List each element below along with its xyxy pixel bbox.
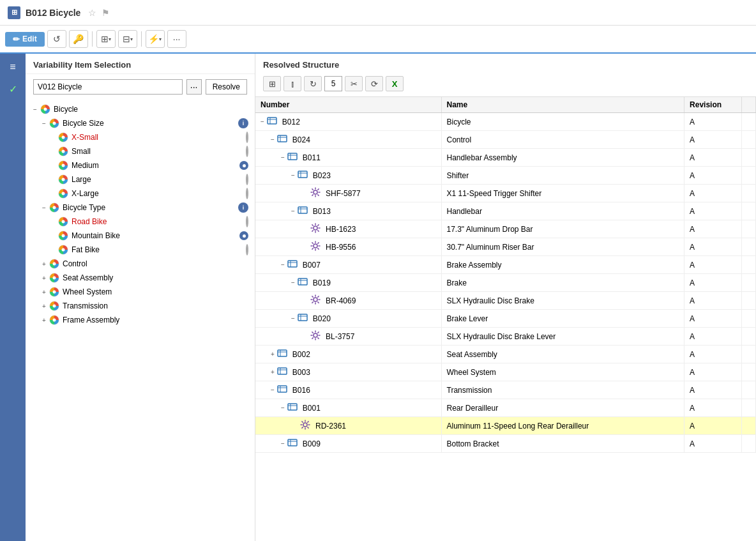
table-row[interactable]: − B023ShifterA (255, 167, 756, 185)
radio-small[interactable] (246, 147, 248, 156)
table-row[interactable]: − B019BrakeA (255, 274, 756, 292)
resolved-sync-btn[interactable]: ⟳ (365, 76, 383, 91)
table-row[interactable]: − B009Bottom BracketA (255, 435, 756, 453)
tree-item-transmission[interactable]: + Transmission (26, 299, 255, 313)
row-toggle[interactable]: − (291, 315, 295, 322)
toggle-bicycle-type[interactable]: − (40, 204, 49, 211)
table-row[interactable]: − B013HandlebarA (255, 202, 756, 220)
row-toggle[interactable]: − (281, 154, 285, 161)
action-button[interactable]: ⚡▾ (146, 30, 165, 48)
svg-point-49 (314, 244, 317, 248)
resolved-refresh-btn[interactable]: ↻ (304, 76, 322, 91)
resolved-scissors-btn[interactable]: ✂ (345, 76, 363, 91)
radio-medium[interactable] (239, 161, 248, 170)
toggle-bicycle[interactable]: − (31, 106, 40, 113)
tree-item-seat-assembly[interactable]: + Seat Assembly (26, 271, 255, 285)
radio-bicycle-size[interactable]: i (238, 118, 248, 128)
tree-item-large[interactable]: Large (26, 172, 255, 187)
row-toggle[interactable]: − (281, 261, 285, 268)
resolved-table-btn[interactable]: ⊞ (263, 76, 281, 91)
table-row[interactable]: SHF-5877X1 11-Speed Trigger ShifterA (255, 185, 756, 202)
table-row[interactable]: − B016TransmissionA (255, 381, 756, 399)
table-row[interactable]: HB-162317.3" Aluminum Drop BarA (255, 220, 756, 238)
resolved-excel-btn[interactable]: X (386, 76, 404, 91)
flag-icon[interactable]: ⚑ (102, 8, 110, 18)
table-row[interactable]: − B024ControlA (255, 131, 756, 149)
table-row[interactable]: − B012BicycleA (255, 113, 756, 131)
layout-button[interactable]: ⊟▾ (118, 30, 137, 48)
row-toggle[interactable]: − (271, 136, 275, 143)
row-toggle[interactable]: − (261, 118, 264, 125)
radio-mountain-bike[interactable] (239, 231, 248, 240)
radio-x-small[interactable] (246, 133, 248, 142)
search-dots-button[interactable]: ··· (186, 79, 202, 95)
resolved-filter-btn[interactable]: ⫿ (284, 76, 301, 91)
row-toggle[interactable]: − (281, 404, 285, 411)
radio-x-large[interactable] (246, 189, 248, 198)
resolve-button[interactable]: Resolve (206, 79, 247, 95)
variability-search-input[interactable] (33, 79, 183, 95)
radio-large[interactable] (246, 175, 248, 184)
key-button[interactable]: 🔑 (69, 30, 88, 48)
grid-button[interactable]: ⊞▾ (96, 30, 116, 48)
col-revision: Revision (684, 97, 742, 113)
table-row[interactable]: BL-3757SLX Hydraulic Disc Brake LeverA (255, 328, 756, 346)
radio-road-bike[interactable] (246, 217, 248, 226)
row-toggle[interactable]: − (291, 279, 295, 286)
star-icon[interactable]: ☆ (88, 8, 96, 18)
tree-item-small[interactable]: Small (26, 144, 255, 158)
table-row[interactable]: − B007Brake AssemblyA (255, 256, 756, 274)
tree-item-wheel-system[interactable]: + Wheel System (26, 285, 255, 299)
row-toggle[interactable]: + (271, 369, 275, 376)
toggle-frame-assembly[interactable]: + (40, 317, 49, 324)
toggle-control[interactable]: + (40, 261, 49, 268)
resolved-toolbar: ⊞ ⫿ ↻ 5 ✂ ⟳ X (255, 73, 756, 96)
radio-fat-bike[interactable] (246, 245, 248, 254)
table-row[interactable]: − B011Handlebar AssemblyA (255, 149, 756, 167)
svg-rect-70 (288, 404, 297, 410)
tree-item-mountain-bike[interactable]: Mountain Bike (26, 229, 255, 243)
number-text: B013 (313, 207, 331, 216)
row-toggle[interactable]: + (271, 351, 275, 358)
row-toggle[interactable]: − (291, 208, 295, 215)
tree-label-x-large: X-Large (69, 189, 246, 198)
toggle-transmission[interactable]: + (40, 303, 49, 310)
cell-extra (741, 113, 755, 131)
sidebar-menu-icon[interactable]: ≡ (7, 59, 18, 75)
table-row[interactable]: + B003Wheel SystemA (255, 363, 756, 381)
sidebar-check-icon[interactable]: ✓ (6, 80, 20, 98)
refresh-button[interactable]: ↺ (47, 30, 66, 48)
row-toggle[interactable]: − (271, 386, 275, 393)
resolved-table-container[interactable]: Number Name Revision − B012BicycleA− B02… (255, 96, 756, 541)
tree-item-bicycle-type[interactable]: − Bicycle Typei (26, 201, 255, 215)
tree-item-bicycle[interactable]: − Bicycle (26, 102, 255, 116)
table-row[interactable]: HB-955630.7" Aluminum Riser BarA (255, 238, 756, 256)
table-row[interactable]: + B002Seat AssemblyA (255, 346, 756, 363)
toggle-wheel-system[interactable]: + (40, 289, 49, 296)
tree-item-bicycle-size[interactable]: − Bicycle Sizei (26, 116, 255, 130)
svg-rect-74 (288, 439, 297, 446)
toggle-bicycle-size[interactable]: − (40, 120, 49, 127)
tree-item-road-bike[interactable]: Road Bike (26, 215, 255, 229)
tree-item-x-small[interactable]: X-Small (26, 130, 255, 144)
table-row[interactable]: RD-2361Aluminum 11-Speed Long Rear Derai… (255, 417, 756, 435)
edit-button[interactable]: ✏ Edit (5, 32, 45, 47)
cell-extra (741, 292, 755, 310)
table-row[interactable]: − B020Brake LeverA (255, 310, 756, 328)
radio-bicycle-type[interactable]: i (238, 202, 248, 213)
tree-item-fat-bike[interactable]: Fat Bike (26, 243, 255, 257)
more-button[interactable]: ··· (167, 30, 186, 48)
svg-rect-67 (278, 386, 287, 392)
tree-item-control[interactable]: + Control (26, 257, 255, 271)
tree-item-frame-assembly[interactable]: + Frame Assembly (26, 313, 255, 327)
table-row[interactable]: BR-4069SLX Hydraulic Disc BrakeA (255, 292, 756, 310)
row-toggle[interactable]: − (291, 172, 295, 179)
row-toggle[interactable]: − (281, 440, 285, 447)
toggle-seat-assembly[interactable]: + (40, 275, 49, 282)
table-row[interactable]: − B001Rear DerailleurA (255, 399, 756, 417)
svg-point-44 (314, 190, 317, 194)
svg-point-7 (62, 150, 65, 153)
tree-item-medium[interactable]: Medium (26, 158, 255, 172)
tree-item-x-large[interactable]: X-Large (26, 187, 255, 201)
cell-name: 30.7" Aluminum Riser Bar (441, 238, 684, 256)
